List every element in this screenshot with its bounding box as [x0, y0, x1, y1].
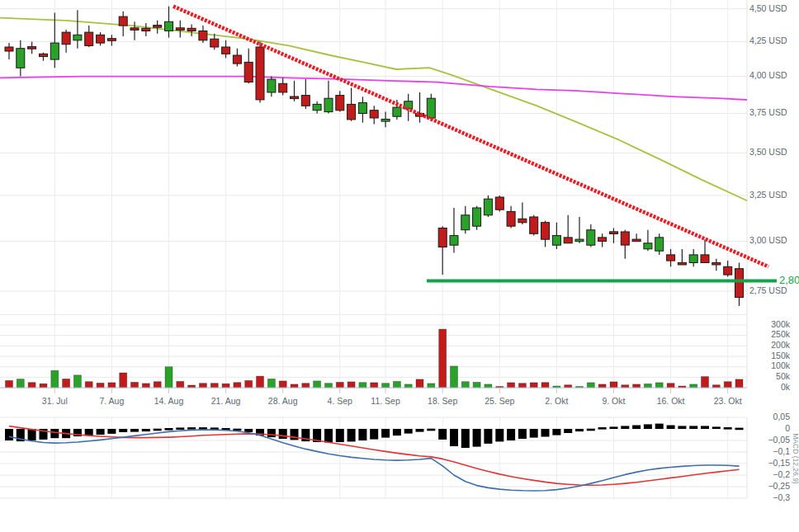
macd-histogram-bar	[5, 429, 13, 440]
candle-down	[438, 228, 447, 247]
candle-down	[176, 28, 184, 31]
volume-axis-label: 100k	[771, 360, 791, 370]
date-label: 28. Aug	[268, 396, 298, 406]
macd-axis-label: −0,3	[773, 492, 790, 502]
volume-bar	[655, 383, 663, 388]
macd-histogram-bar	[621, 426, 629, 429]
candle-down	[678, 262, 686, 265]
date-label: 23. Okt	[714, 396, 742, 406]
macd-axis-label: −0,2	[773, 469, 790, 479]
volume-axis-label: 200k	[771, 340, 791, 350]
candle-up	[17, 49, 25, 68]
volume-axis-label: 250k	[771, 329, 791, 339]
macd-histogram-bar	[712, 426, 721, 429]
candle-up	[552, 236, 560, 246]
volume-bar	[267, 379, 275, 388]
candle-down	[222, 47, 230, 54]
volume-bar	[724, 382, 731, 388]
candle-down	[210, 39, 219, 47]
candle-down	[598, 238, 607, 242]
stock-chart-svg: 2,804,50 USD4,25 USD4,00 USD3,75 USD3,50…	[0, 0, 799, 532]
volume-bar	[690, 384, 697, 388]
macd-histogram-bar	[370, 429, 378, 440]
volume-bar	[404, 384, 412, 388]
volume-axis-label: 300k	[771, 319, 791, 329]
candle-down	[97, 35, 105, 43]
price-axis-label: 4,25 USD	[749, 35, 787, 45]
macd-histogram-bar	[130, 429, 139, 432]
volume-axis-label: 150k	[771, 351, 791, 360]
candle-down	[85, 32, 93, 45]
macd-panel	[5, 424, 744, 491]
volume-bar	[199, 384, 206, 388]
macd-histogram-bar	[165, 428, 173, 431]
candle-down	[507, 211, 515, 226]
macd-histogram-bar	[28, 429, 36, 440]
candle-down	[5, 47, 13, 51]
downtrend-line	[173, 7, 768, 267]
candle-down	[28, 47, 36, 49]
macd-axis-label: −0,1	[773, 446, 790, 456]
macd-histogram-bar	[267, 429, 276, 437]
macd-histogram-bar	[530, 429, 538, 438]
volume-bar	[165, 367, 173, 388]
candle-down	[370, 111, 378, 118]
macd-title-label: MACD (12,26,9)	[792, 433, 799, 484]
macd-histogram-bar	[689, 426, 697, 429]
candle-up	[689, 255, 697, 263]
macd-histogram-bar	[655, 424, 664, 429]
volume-bar	[428, 384, 435, 388]
macd-histogram-bar	[678, 426, 686, 429]
volume-bar	[120, 373, 127, 388]
macd-histogram-bar	[187, 427, 196, 430]
macd-histogram-bar	[473, 429, 481, 447]
date-label: 9. Okt	[602, 396, 625, 406]
macd-histogram-bar	[541, 429, 550, 437]
gridlines	[0, 0, 747, 498]
macd-axis-label: 0	[785, 423, 790, 433]
price-axis-label: 3,75 USD	[749, 107, 787, 117]
price-axis-label: 4,00 USD	[749, 70, 787, 80]
volume-bar	[359, 383, 366, 388]
macd-histogram-bar	[667, 426, 675, 430]
candle-down	[142, 28, 150, 31]
volume-bar	[210, 384, 218, 388]
date-label: 21. Aug	[211, 396, 241, 406]
volume-bar	[234, 383, 241, 388]
candle-up	[655, 238, 664, 251]
macd-histogram-bar	[610, 426, 618, 429]
macd-histogram-bar	[632, 426, 641, 430]
date-label: 4. Sep	[328, 396, 353, 406]
date-label: 14. Aug	[154, 396, 184, 406]
price-axis-label: 3,50 USD	[749, 147, 787, 157]
candle-down	[621, 232, 629, 245]
macd-axis-label: −0,15	[768, 458, 790, 468]
candle-down	[62, 32, 70, 45]
macd-histogram-bar	[85, 429, 93, 435]
volume-bar	[473, 382, 480, 388]
candle-up	[165, 21, 173, 31]
volume-bar	[28, 383, 35, 388]
macd-histogram-bar	[416, 429, 424, 432]
macd-histogram-bar	[438, 429, 447, 440]
volume-bar	[314, 381, 321, 388]
macd-histogram-bar	[507, 429, 515, 440]
macd-histogram-bar	[552, 429, 560, 435]
volume-bar	[97, 383, 104, 388]
volume-bar	[6, 380, 13, 388]
macd-histogram-bar	[404, 429, 413, 434]
candle-up	[461, 215, 470, 230]
volume-bar	[702, 377, 709, 388]
candle-down	[130, 28, 139, 31]
macd-histogram-bar	[291, 429, 299, 440]
macd-axis-label: −0,05	[768, 435, 790, 445]
candle-up	[50, 43, 59, 59]
volume-bar	[108, 383, 116, 388]
macd-histogram-bar	[701, 426, 709, 429]
volume-bar	[371, 383, 378, 388]
volume-bar	[530, 383, 537, 388]
candle-down	[632, 239, 641, 242]
macd-axis-label: −0,25	[768, 481, 790, 491]
volume-bar	[541, 383, 549, 388]
volume-bar	[735, 379, 743, 388]
